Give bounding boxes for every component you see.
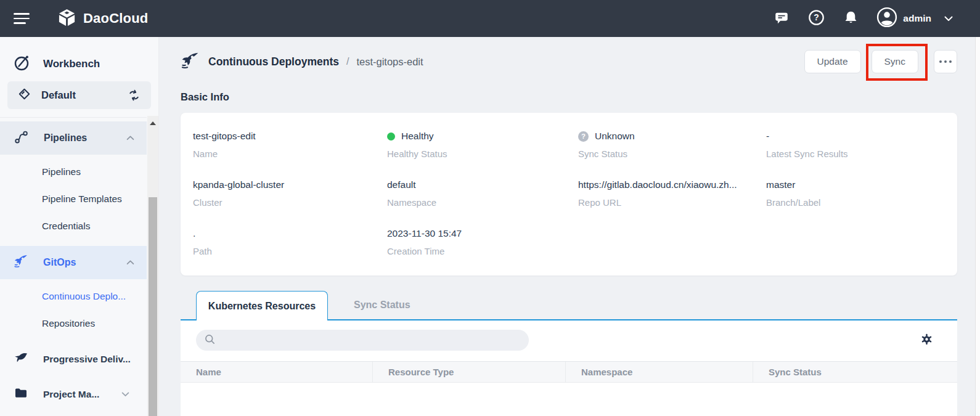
basic-info-grid: test-gitops-edit Name Healthy Healthy St… (181, 113, 957, 275)
hamburger-menu-icon[interactable] (14, 13, 30, 24)
search-bar[interactable] (196, 330, 529, 351)
help-icon: ? (808, 9, 825, 28)
sidebar-item-workbench[interactable]: Workbench (0, 51, 146, 78)
bird-icon (14, 351, 28, 368)
field-label: Name (193, 149, 375, 159)
sidebar-item-project-management[interactable]: Project Ma... (0, 379, 147, 410)
field-value: kpanda-global-cluster (193, 178, 375, 192)
workbench-label: Workbench (43, 58, 100, 70)
sync-button[interactable]: Sync (872, 50, 918, 73)
item-label: Progressive Deliv... (43, 354, 131, 365)
chat-icon (774, 10, 790, 28)
item-label: Pipeline Templates (42, 194, 122, 205)
sidebar-section-pipelines[interactable]: Pipelines (0, 121, 147, 155)
search-input[interactable] (221, 335, 521, 345)
sidebar-menu: Pipelines Pipelines Pipeline Templates C… (0, 117, 147, 416)
field-creation-time: 2023-11-30 15:47 Creation Time (375, 227, 566, 275)
resources-panel: Name Resource Type Namespace Sync Status (181, 320, 957, 416)
sidebar-section-gitops[interactable]: GitOps (0, 246, 147, 279)
field-label: Path (193, 246, 375, 256)
breadcrumb-separator: / (346, 56, 349, 67)
field-value: Healthy (401, 131, 434, 142)
sidebar-item-continuous-deployments[interactable]: Continuous Deplo... (0, 283, 147, 310)
brand-link[interactable]: DaoCloud (57, 8, 148, 30)
field-latest-sync-results: - Latest Sync Results (754, 129, 957, 178)
field-value: - (766, 129, 957, 143)
header-actions: Update Sync (804, 50, 957, 73)
sidebar: Workbench Default (0, 37, 159, 416)
help-button[interactable]: ? (807, 10, 825, 27)
field-value: test-gitops-edit (193, 129, 375, 143)
chevron-down-icon (121, 392, 129, 397)
tab-sync-status[interactable]: Sync Status (328, 291, 436, 319)
field-label: Creation Time (387, 246, 566, 256)
field-value: default (387, 178, 566, 192)
scrollbar-up-arrow[interactable] (150, 121, 156, 125)
field-branch-label: master Branch/Label (754, 178, 957, 227)
sidebar-item-pipelines[interactable]: Pipelines (0, 158, 147, 186)
column-header-resource-type: Resource Type (373, 362, 566, 382)
ellipsis-icon (939, 60, 942, 63)
column-header-namespace: Namespace (566, 362, 753, 382)
sidebar-item-progressive-delivery[interactable]: Progressive Deliv... (0, 344, 147, 375)
page-header: Continuous Deployments / test-gitops-edi… (181, 48, 957, 75)
field-label: Sync Status (578, 149, 754, 159)
sidebar-item-pipeline-templates[interactable]: Pipeline Templates (0, 186, 147, 213)
user-menu[interactable]: admin (876, 7, 953, 30)
main-content: Continuous Deployments / test-gitops-edi… (159, 37, 975, 416)
avatar-icon (876, 7, 897, 30)
basic-info-card: test-gitops-edit Name Healthy Healthy St… (181, 113, 957, 275)
field-sync-status: ?Unknown Sync Status (566, 129, 754, 178)
column-header-sync-status: Sync Status (753, 362, 957, 382)
gear-icon (921, 333, 933, 347)
update-button[interactable]: Update (804, 50, 861, 73)
table-settings-button[interactable] (921, 333, 933, 347)
scrollbar-thumb[interactable] (149, 197, 157, 416)
workbench-pen-circle-icon (14, 54, 31, 75)
breadcrumb-current: test-gitops-edit (356, 56, 423, 68)
item-label: Pipelines (42, 166, 81, 177)
pipelines-subitems: Pipelines Pipeline Templates Credentials (0, 158, 147, 240)
rocket-icon (14, 254, 28, 271)
swap-icon[interactable] (127, 88, 141, 102)
workspace-label: Default (41, 89, 76, 101)
notifications-button[interactable] (842, 10, 859, 27)
field-label: Latest Sync Results (766, 149, 957, 159)
daocloud-cube-logo-icon (57, 8, 76, 30)
tab-kubernetes-resources[interactable]: Kubernetes Resources (196, 291, 328, 320)
field-value: 2023-11-30 15:47 (387, 227, 566, 240)
field-label: Namespace (387, 197, 566, 208)
sidebar-scrollbar[interactable] (147, 116, 158, 416)
svg-text:?: ? (814, 12, 819, 22)
page-scrollbar[interactable] (975, 37, 980, 416)
folder-icon (14, 386, 28, 403)
field-namespace: default Namespace (375, 178, 566, 227)
more-options-button[interactable] (934, 50, 957, 73)
column-header-name: Name (181, 362, 373, 382)
field-value: master (766, 178, 957, 192)
field-value: . (193, 227, 375, 240)
topbar-actions: ? (773, 7, 953, 30)
sidebar-item-credentials[interactable]: Credentials (0, 213, 147, 240)
pipeline-icon (14, 129, 29, 147)
field-label: Repo URL (578, 197, 754, 208)
table-header-row: Name Resource Type Namespace Sync Status (181, 361, 957, 383)
item-label: Project Ma... (43, 389, 99, 400)
diamond-icon (17, 87, 31, 104)
field-value: Unknown (595, 131, 635, 142)
rocket-icon (181, 51, 200, 73)
sidebar-item-repositories[interactable]: Repositories (0, 310, 147, 337)
chevron-up-icon (126, 136, 134, 141)
field-value: https://gitlab.daocloud.cn/xiaowu.zh... (578, 178, 754, 192)
breadcrumb-root[interactable]: Continuous Deployments (208, 55, 339, 68)
section-label: GitOps (43, 257, 76, 268)
chevron-down-icon (944, 16, 953, 22)
field-name: test-gitops-edit Name (181, 129, 375, 178)
chat-button[interactable] (773, 10, 790, 27)
workspace-selector[interactable]: Default (7, 81, 151, 109)
field-label: Branch/Label (766, 197, 957, 208)
chevron-up-icon (126, 260, 134, 265)
sync-button-wrap: Sync (872, 50, 918, 73)
topbar: DaoCloud ? (0, 0, 980, 37)
gitops-subitems: Continuous Deplo... Repositories (0, 283, 147, 337)
